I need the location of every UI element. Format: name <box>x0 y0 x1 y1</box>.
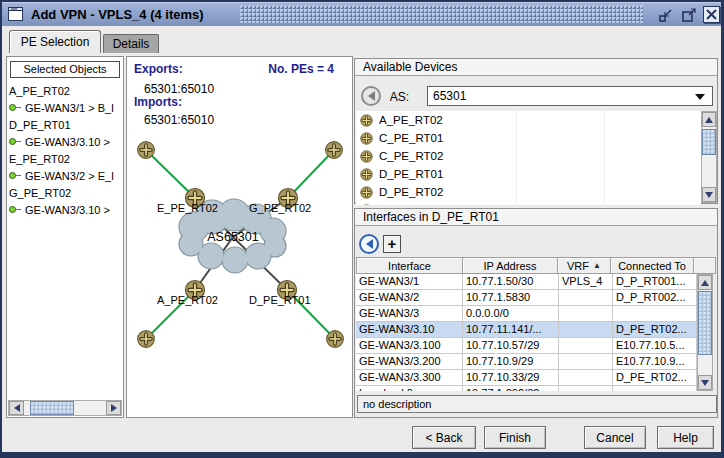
scroll-up-icon[interactable] <box>698 275 712 290</box>
pe-node-label: A_PE_RT02 <box>157 294 218 306</box>
scrollbar-track[interactable] <box>74 401 106 415</box>
device-name: D_PE_RT02 <box>379 186 443 198</box>
tree-item-label: G_PE_RT02 <box>9 187 71 199</box>
scroll-down-icon[interactable] <box>702 187 716 202</box>
device-list-scrollbar[interactable] <box>701 111 717 203</box>
cell-vrf <box>559 386 613 391</box>
tree-item-device[interactable]: D_PE_RT01 <box>9 116 122 133</box>
scrollbar-track[interactable] <box>698 355 712 375</box>
table-row-selected[interactable]: GE-WAN3/3.1010.77.11.141/...D_PE_RT02... <box>356 322 697 338</box>
cell-connected <box>613 386 697 391</box>
ce-router-icon[interactable] <box>326 142 343 159</box>
tree-item-interface[interactable]: GE-WAN3/1 > B_I <box>9 99 122 116</box>
interfaces-table-scrollbar[interactable] <box>697 274 713 391</box>
table-row[interactable]: GE-WAN3/30.0.0.0/0 <box>356 306 697 322</box>
device-list-item[interactable]: E_PE_RT02 <box>356 201 701 205</box>
tree-item-interface[interactable]: GE-WAN3/2 > E_I <box>9 167 122 184</box>
close-icon[interactable] <box>703 6 720 23</box>
device-list-item[interactable]: C_PE_RT01 <box>356 129 701 147</box>
cell-vrf <box>559 338 613 353</box>
pe-count-label: No. PEs = 4 <box>268 62 334 76</box>
horizontal-scrollbar[interactable] <box>8 400 122 416</box>
maximize-icon[interactable] <box>681 7 697 23</box>
scroll-right-icon[interactable] <box>106 401 121 415</box>
help-button[interactable]: Help <box>657 426 714 449</box>
cell-connected <box>613 306 697 321</box>
interface-description: no description <box>357 395 717 413</box>
cell-connected: D_PE_RT02... <box>613 322 697 337</box>
tab-pe-selection[interactable]: PE Selection <box>9 30 101 53</box>
cell-ip: 10.77.10.57/29 <box>463 338 559 353</box>
ce-router-icon[interactable] <box>138 142 155 159</box>
back-icon[interactable] <box>359 234 379 254</box>
cell-vrf: VPLS_4 <box>559 274 613 289</box>
router-icon <box>360 132 373 145</box>
device-list-item[interactable]: D_PE_RT02 <box>356 183 701 201</box>
add-interface-button[interactable]: + <box>383 235 401 253</box>
titlebar[interactable]: Add VPN - VPLS_4 (4 items) <box>2 2 721 26</box>
scrollbar-thumb[interactable] <box>702 129 716 155</box>
table-row[interactable]: GE-WAN3/3.30010.77.10.33/29D_PE_RT02... <box>356 370 697 386</box>
table-row[interactable]: GE-WAN3/110.77.1.50/30VPLS_4D_P_RT001... <box>356 274 697 290</box>
scrollbar-track[interactable] <box>702 155 716 187</box>
as-combobox[interactable]: 65301 <box>427 86 713 106</box>
column-header-interface[interactable]: Interface <box>356 257 463 274</box>
column-header-connected[interactable]: Connected To <box>610 257 694 274</box>
imports-value: 65301:65010 <box>144 113 214 127</box>
back-button[interactable]: < Back <box>412 426 476 449</box>
tab-details[interactable]: Details <box>103 34 159 53</box>
ce-router-icon[interactable] <box>327 331 344 348</box>
cell-interface: GE-WAN3/1 <box>356 274 463 289</box>
tree-item-label: GE-WAN3/3.10 > <box>25 204 110 216</box>
device-list-item[interactable]: D_PE_RT01 <box>356 165 701 183</box>
cell-vrf <box>559 290 613 305</box>
device-list-item[interactable]: C_PE_RT02 <box>356 147 701 165</box>
cell-interface: Loopback0 <box>356 386 463 391</box>
tree-item-device[interactable]: E_PE_RT02 <box>9 150 122 167</box>
scroll-up-icon[interactable] <box>702 112 716 127</box>
cell-vrf <box>559 322 613 337</box>
cell-vrf <box>559 306 613 321</box>
table-row-partial[interactable]: Loopback010.77.1.202/32 <box>356 386 697 391</box>
ce-router-icon[interactable] <box>138 331 155 348</box>
tree-item-label: GE-WAN3/1 > B_I <box>25 102 114 114</box>
scroll-left-icon[interactable] <box>9 401 24 415</box>
column-header-ip[interactable]: IP Address <box>462 257 558 274</box>
table-row[interactable]: GE-WAN3/3.10010.77.10.57/29E10.77.10.5..… <box>356 338 697 354</box>
table-row[interactable]: GE-WAN3/3.20010.77.10.9/29E10.77.10.9... <box>356 354 697 370</box>
column-header-blank <box>693 257 716 274</box>
tree-item-label: A_PE_RT02 <box>9 85 70 97</box>
as-combobox-value: 65301 <box>433 89 466 103</box>
tree-item-label: D_PE_RT01 <box>9 119 71 131</box>
cell-ip: 10.77.10.9/29 <box>463 354 559 369</box>
tree-item-device[interactable]: A_PE_RT02 <box>9 82 122 99</box>
cell-ip: 10.77.11.141/... <box>463 322 559 337</box>
exports-value: 65301:65010 <box>144 82 214 96</box>
pe-node-label: G_PE_RT02 <box>249 202 311 214</box>
cell-vrf <box>559 354 613 369</box>
column-header-vrf[interactable]: VRF▲ <box>557 257 611 274</box>
finish-button[interactable]: Finish <box>484 426 546 449</box>
cell-interface: GE-WAN3/3.10 <box>356 322 463 337</box>
tree-item-device[interactable]: G_PE_RT02 <box>9 184 122 201</box>
topology-panel: AS65301 E_PE_RT02 G_PE_RT02 A_PE_RT02 D_… <box>126 56 353 418</box>
table-row[interactable]: GE-WAN3/210.77.1.5830D_P_RT002... <box>356 290 697 306</box>
imports-label: Imports: <box>134 95 182 109</box>
tree-item-interface[interactable]: GE-WAN3/3.10 > <box>9 133 122 150</box>
cancel-button[interactable]: Cancel <box>584 426 646 449</box>
cell-interface: GE-WAN3/3.100 <box>356 338 463 353</box>
topology-canvas[interactable]: AS65301 E_PE_RT02 G_PE_RT02 A_PE_RT02 D_… <box>127 57 352 417</box>
scrollbar-thumb[interactable] <box>30 401 74 415</box>
cell-connected: D_P_RT001... <box>613 274 697 289</box>
prev-as-icon[interactable] <box>361 86 381 106</box>
tree-item-interface[interactable]: GE-WAN3/3.10 > <box>9 201 122 218</box>
device-list-item[interactable]: A_PE_RT02 <box>356 111 701 129</box>
scrollbar-thumb[interactable] <box>698 291 712 355</box>
tab-details-label: Details <box>113 37 150 51</box>
add-vpn-dialog: Add VPN - VPLS_4 (4 items) PE Selection … <box>0 0 724 458</box>
minimize-icon[interactable] <box>658 7 674 23</box>
interfaces-panel: Interfaces in D_PE_RT01 + Interface IP A… <box>354 208 718 418</box>
pe-node-label: D_PE_RT01 <box>249 294 311 306</box>
available-devices-header: Available Devices <box>355 59 717 76</box>
scroll-down-icon[interactable] <box>698 375 712 390</box>
